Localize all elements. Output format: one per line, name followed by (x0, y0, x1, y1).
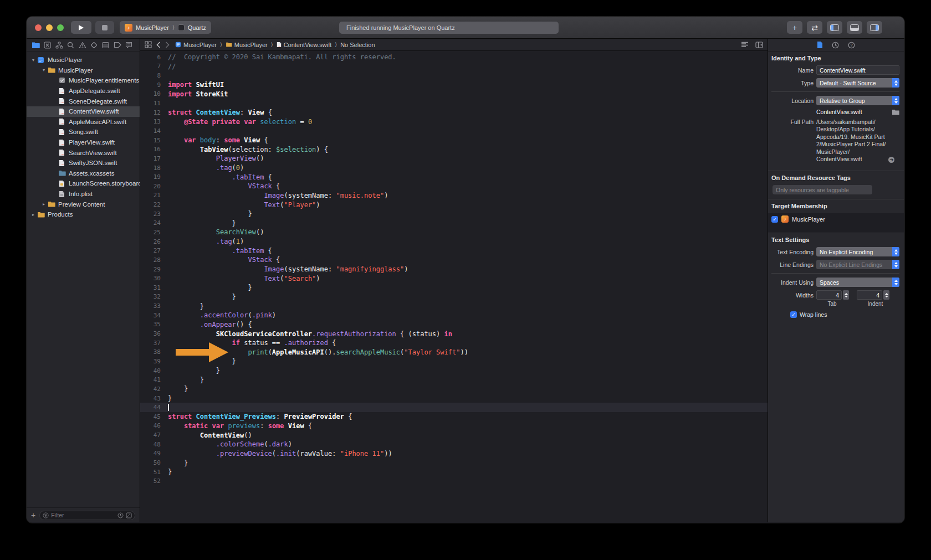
file-tree-item[interactable]: SwiftyJSON.swift (27, 158, 140, 168)
symbol-navigator-icon[interactable] (55, 41, 63, 49)
file-tree-item[interactable]: ▾MusicPlayer (27, 55, 140, 65)
editor-swap-button[interactable]: ⇄ (807, 21, 822, 34)
file-tree-item[interactable]: ▾MusicPlayer (27, 65, 140, 76)
toggle-inspector-button[interactable] (867, 21, 882, 34)
target-row[interactable]: ✓ ♪ MusicPlayer (771, 215, 899, 223)
file-tree-item[interactable]: PlayerView.swift (27, 137, 140, 148)
breadcrumb-item[interactable]: No Selection (340, 42, 375, 48)
test-navigator-icon[interactable] (90, 41, 98, 49)
toggle-debug-area-button[interactable] (847, 21, 862, 34)
file-tree-item[interactable]: LaunchScreen.storyboard (27, 178, 140, 189)
file-tree-item[interactable]: SceneDelegate.swift (27, 96, 140, 106)
source-control-filter-icon[interactable] (126, 512, 132, 518)
name-field[interactable]: ContentView.swift (816, 65, 899, 75)
file-tree-item[interactable]: ContentView.swift (27, 106, 140, 117)
file-tree-item[interactable]: Info.plist (27, 189, 140, 199)
code-line[interactable]: 36 SKCloudServiceController.requestAutho… (140, 329, 768, 338)
indent-width-field[interactable]: 4 (857, 290, 882, 300)
code-line[interactable]: 14 (140, 126, 768, 136)
code-line[interactable]: 6// Copyright © 2020 Sai Kambmapati. All… (140, 53, 768, 62)
code-line[interactable]: 39 } (140, 357, 768, 366)
history-inspector-icon[interactable] (832, 42, 839, 49)
filter-field[interactable]: Filter (39, 511, 135, 520)
indent-using-dropdown[interactable]: Spaces (816, 278, 899, 287)
tab-width-field[interactable]: 4 (816, 290, 842, 300)
file-tree-item[interactable]: ▸Products (27, 209, 140, 220)
goto-file-icon[interactable]: ➔ (888, 157, 894, 163)
adjust-editor-icon[interactable] (741, 42, 749, 48)
code-line[interactable]: 32 } (140, 292, 768, 302)
code-line[interactable]: 23 } (140, 209, 768, 219)
code-line[interactable]: 29 Image(systemName: "magnifyingglass") (140, 265, 768, 274)
disclosure-triangle-icon[interactable]: ▾ (30, 58, 37, 63)
breadcrumb-item[interactable]: ContentView.swift (277, 42, 332, 48)
report-navigator-icon[interactable] (125, 41, 133, 49)
file-inspector-icon[interactable] (817, 41, 823, 49)
line-endings-dropdown[interactable]: No Explicit Line Endings (816, 260, 899, 269)
source-control-icon[interactable] (43, 41, 52, 49)
code-line[interactable]: 15 var body: some View { (140, 136, 768, 145)
related-items-icon[interactable] (145, 41, 152, 48)
code-editor[interactable]: 6// Copyright © 2020 Sai Kambmapati. All… (140, 51, 768, 522)
minimize-button[interactable] (46, 24, 53, 31)
code-line[interactable]: 16 TabView(selection: $selection) { (140, 145, 768, 154)
toggle-navigator-button[interactable] (827, 21, 842, 34)
disclosure-triangle-icon[interactable]: ▾ (40, 68, 47, 73)
code-line[interactable]: 22 Text("Player") (140, 200, 768, 209)
close-button[interactable] (35, 24, 42, 31)
disclosure-triangle-icon[interactable]: ▸ (40, 202, 47, 207)
breadcrumb-item[interactable]: MusicPlayer (226, 42, 268, 48)
code-line[interactable]: 10import StoreKit (140, 90, 768, 99)
wrap-lines-checkbox[interactable]: ✓ (790, 311, 797, 318)
back-button[interactable] (156, 42, 161, 48)
file-tree-item[interactable]: AppleMusicAPI.swift (27, 117, 140, 127)
type-dropdown[interactable]: Default - Swift Source (816, 78, 899, 88)
scheme-selector[interactable]: ♪ MusicPlayer ⟩ Quartz (120, 21, 211, 34)
code-line[interactable]: 11 (140, 99, 768, 108)
code-line[interactable]: 9import SwiftUI (140, 80, 768, 90)
file-tree-item[interactable]: Song.swift (27, 127, 140, 137)
code-line[interactable]: 26 .tag(1) (140, 237, 768, 246)
code-line[interactable]: 27 .tabItem { (140, 246, 768, 255)
tab-width-stepper[interactable] (843, 290, 849, 300)
code-line[interactable]: 25 SearchView() (140, 228, 768, 237)
project-navigator-icon[interactable] (32, 41, 40, 49)
library-add-button[interactable]: + (787, 21, 802, 34)
code-line[interactable]: 42 } (140, 384, 768, 394)
find-navigator-icon[interactable] (66, 41, 75, 49)
recent-files-icon[interactable] (117, 512, 124, 518)
code-line[interactable]: 20 VStack { (140, 182, 768, 191)
forward-button[interactable] (165, 42, 170, 48)
zoom-button[interactable] (57, 24, 64, 31)
file-tree-item[interactable]: SearchView.swift (27, 147, 140, 158)
breakpoint-navigator-icon[interactable] (113, 41, 121, 49)
code-line[interactable]: 38 print(AppleMusicAPI().searchAppleMusi… (140, 348, 768, 357)
file-tree-item[interactable]: MusicPlayer.entitlements (27, 75, 140, 86)
code-line[interactable]: 18 .tag(0) (140, 163, 768, 173)
odr-tags-field[interactable]: Only resources are taggable (773, 185, 872, 194)
code-line[interactable]: 21 Image(systemName: "music.note") (140, 191, 768, 201)
code-line[interactable]: 43} (140, 394, 768, 403)
file-tree-item[interactable]: ▸Preview Content (27, 199, 140, 209)
code-line[interactable]: 17 PlayerView() (140, 154, 768, 163)
code-line[interactable]: 33 } (140, 301, 768, 311)
code-line[interactable]: 8 (140, 71, 768, 80)
code-line[interactable]: 50 } (140, 458, 768, 467)
stop-button[interactable] (95, 21, 114, 34)
code-line[interactable]: 44 (140, 403, 768, 412)
breadcrumb-item[interactable]: MusicPlayer (175, 42, 217, 48)
code-line[interactable]: 37 if status == .authorized { (140, 338, 768, 348)
code-line[interactable]: 47 ContentView() (140, 430, 768, 440)
code-line[interactable]: 35 .onAppear() { (140, 320, 768, 330)
code-line[interactable]: 28 VStack { (140, 255, 768, 265)
code-line[interactable]: 46 static var previews: some View { (140, 422, 768, 431)
code-line[interactable]: 7// (140, 62, 768, 71)
help-inspector-icon[interactable]: ? (848, 42, 855, 49)
disclosure-triangle-icon[interactable]: ▸ (30, 212, 37, 217)
code-line[interactable]: 12struct ContentView: View { (140, 108, 768, 117)
code-line[interactable]: 34 .accentColor(.pink) (140, 311, 768, 320)
code-line[interactable]: 13 @State private var selection = 0 (140, 117, 768, 126)
code-line[interactable]: 41 } (140, 375, 768, 384)
target-checkbox[interactable]: ✓ (771, 216, 778, 223)
run-button[interactable] (71, 21, 91, 34)
